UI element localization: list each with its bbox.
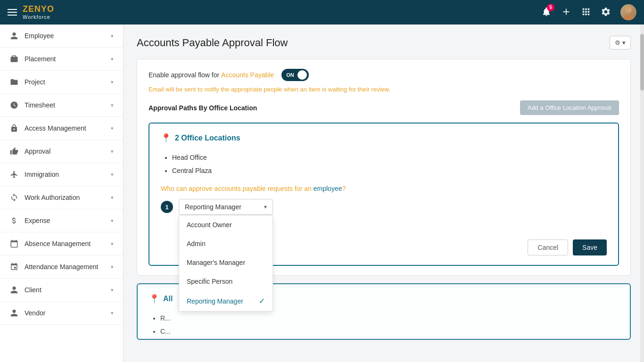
add-icon <box>561 7 571 17</box>
gear-dropdown-chevron: ▾ <box>622 39 626 46</box>
sync-icon <box>9 193 19 202</box>
toggle-on-text: ON <box>283 72 294 78</box>
list-item: C... <box>160 325 619 338</box>
toggle-label: Enable approval flow for Accounts Payabl… <box>149 71 274 79</box>
sidebar-item-expense-label: Expense <box>25 217 50 224</box>
logo-workforce-text: Workforce <box>23 14 54 20</box>
cancel-button[interactable]: Cancel <box>528 239 568 255</box>
approver-dropdown[interactable]: Reporting Manager ▾ <box>179 199 273 215</box>
list-item: T... <box>160 338 619 340</box>
sidebar-item-attendance-management[interactable]: Attendance Management ▾ <box>0 255 123 279</box>
sidebar-item-client-label: Client <box>25 286 41 294</box>
chevron-down-icon: ▾ <box>111 195 114 201</box>
chevron-down-icon: ▾ <box>111 264 114 270</box>
chevron-down-icon: ▾ <box>111 310 114 316</box>
chevron-down-icon: ▾ <box>111 287 114 293</box>
svg-point-1 <box>623 15 634 20</box>
sidebar-item-access-management[interactable]: Access Management ▾ <box>0 117 123 140</box>
chevron-down-icon: ▾ <box>111 33 114 39</box>
second-location-title: All <box>163 295 173 303</box>
dropdown-chevron-icon: ▾ <box>264 204 267 210</box>
apps-grid-button[interactable] <box>581 7 591 18</box>
sidebar-item-placement-label: Placement <box>25 55 56 63</box>
svg-point-0 <box>625 7 632 13</box>
sidebar-item-timesheet[interactable]: Timesheet ▾ <box>0 94 123 117</box>
dropdown-option-label: Admin <box>187 240 206 247</box>
sidebar-item-approval[interactable]: Approval ▾ <box>0 140 123 163</box>
list-item: Central Plaza <box>172 164 607 177</box>
sidebar-item-attendance-management-label: Attendance Management <box>25 263 98 271</box>
add-location-button[interactable]: Add a Office Location Approval <box>520 100 619 115</box>
user-avatar[interactable] <box>620 4 636 20</box>
sidebar-item-vendor-label: Vendor <box>25 309 45 317</box>
gear-icon: ⚙ <box>615 39 620 46</box>
location-count-title: 2 Office Locations <box>175 134 240 142</box>
chevron-down-icon: ▾ <box>111 148 114 155</box>
sidebar-item-immigration[interactable]: Immigration ▾ <box>0 163 123 186</box>
folder-icon <box>9 77 19 87</box>
dropdown-option-admin[interactable]: Admin <box>179 234 272 253</box>
dropdown-option-managers-manager[interactable]: Manager's Manager <box>179 253 272 272</box>
office-list: Head Office Central Plaza <box>161 151 607 177</box>
chevron-down-icon: ▾ <box>111 172 114 178</box>
approver-dropdown-wrap: Reporting Manager ▾ Account Owner Admin <box>179 199 273 215</box>
grid-icon <box>581 7 591 17</box>
dropdown-option-label: Account Owner <box>187 221 232 229</box>
sidebar-item-immigration-label: Immigration <box>25 171 59 178</box>
sidebar-item-employee-label: Employee <box>25 32 54 40</box>
notification-count: 5 <box>547 4 554 11</box>
list-item: R... <box>160 312 619 325</box>
dropdown-option-label: Manager's Manager <box>187 259 245 266</box>
dropdown-selected-value: Reporting Manager <box>185 203 241 211</box>
dropdown-option-label: Specific Person <box>187 278 232 285</box>
vendor-person-icon <box>9 308 19 318</box>
sidebar-item-placement[interactable]: Placement ▾ <box>0 48 123 71</box>
dropdown-option-account-owner[interactable]: Account Owner <box>179 215 272 234</box>
chevron-down-icon: ▾ <box>111 241 114 247</box>
sidebar-item-work-authorization[interactable]: Work Authorization ▾ <box>0 186 123 209</box>
client-person-icon <box>9 285 19 295</box>
sidebar-item-project[interactable]: Project ▾ <box>0 71 123 94</box>
sidebar: Employee ▾ Placement ▾ Project ▾ <box>0 25 124 362</box>
calendar-icon <box>9 239 19 248</box>
settings-icon <box>601 7 611 17</box>
plane-icon <box>9 170 19 179</box>
approval-toggle[interactable]: ON <box>281 69 309 81</box>
sidebar-item-vendor[interactable]: Vendor ▾ <box>0 302 123 325</box>
approval-paths-header: Approval Paths By Office Location Add a … <box>149 100 619 115</box>
approver-dropdown-menu: Account Owner Admin Manager's Manager Sp… <box>179 215 273 312</box>
location-pin-icon-2: 📍 <box>149 294 159 304</box>
chevron-down-icon: ▾ <box>111 218 114 224</box>
toggle-knob <box>297 70 307 80</box>
office-location-card: 📍 2 Office Locations Head Office Central… <box>149 123 619 266</box>
dropdown-option-reporting-manager[interactable]: Reporting Manager ✓ <box>179 291 272 311</box>
notification-bell[interactable]: 5 <box>541 7 552 18</box>
step-number: 1 <box>161 201 173 213</box>
clock-icon <box>9 100 19 110</box>
sidebar-item-absence-management[interactable]: Absence Management ▾ <box>0 232 123 255</box>
sidebar-item-absence-management-label: Absence Management <box>25 240 91 247</box>
email-notification-note: Email will be sent to notify the appropr… <box>149 86 619 93</box>
dropdown-option-specific-person[interactable]: Specific Person <box>179 272 272 291</box>
toggle-row: Enable approval flow for Accounts Payabl… <box>149 69 619 81</box>
sidebar-item-approval-label: Approval <box>25 148 50 155</box>
approval-flow-card: Enable approval flow for Accounts Payabl… <box>137 59 631 276</box>
settings-button[interactable] <box>601 7 611 18</box>
sidebar-item-employee[interactable]: Employee ▾ <box>0 25 123 48</box>
gear-settings-button[interactable]: ⚙ ▾ <box>610 36 631 49</box>
save-button[interactable]: Save <box>573 239 607 255</box>
hamburger-menu[interactable] <box>8 9 17 16</box>
sidebar-item-expense[interactable]: Expense ▾ <box>0 209 123 232</box>
add-button[interactable] <box>561 7 571 18</box>
chevron-down-icon: ▾ <box>111 125 114 132</box>
top-navigation: ZENYO Workforce 5 <box>0 0 644 25</box>
approval-paths-title: Approval Paths By Office Location <box>149 104 257 112</box>
main-content: Accounts Payable Approval Flow ⚙ ▾ Enabl… <box>124 25 644 362</box>
scrollbar-thumb <box>640 34 644 90</box>
sidebar-item-client[interactable]: Client ▾ <box>0 279 123 302</box>
dropdown-option-label: Reporting Manager <box>187 297 243 305</box>
right-scrollbar[interactable] <box>640 25 644 362</box>
location-pin-icon: 📍 <box>161 133 171 143</box>
page-title: Accounts Payable Approval Flow <box>137 37 288 49</box>
app-logo: ZENYO Workforce <box>23 5 54 20</box>
